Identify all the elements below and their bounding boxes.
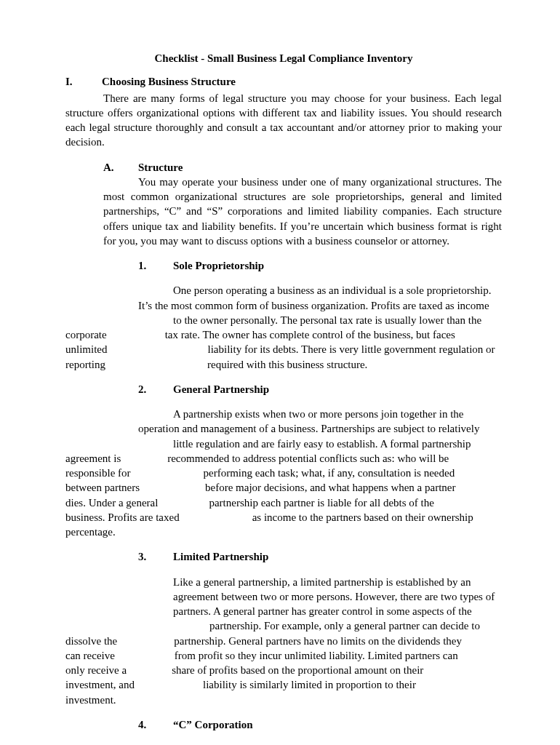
document-title: Checklist - Small Business Legal Complia… — [65, 51, 502, 65]
section-i-heading-line: I.Choosing Business Structure — [65, 74, 502, 89]
sub-a-heading-line: A.Structure — [103, 160, 502, 175]
item-3-heading-line: 3.Limited Partnership — [138, 549, 502, 564]
section-i-paragraph: There are many forms of legal structure … — [65, 91, 502, 150]
item-4-heading: “C” Corporation — [173, 719, 253, 730]
section-i-number: I. — [65, 74, 102, 89]
item-4-number: 4. — [138, 717, 173, 732]
item-3-heading: Limited Partnership — [173, 551, 268, 562]
item-1-heading: Sole Proprietorship — [173, 260, 264, 271]
item-1-heading-line: 1.Sole Proprietorship — [138, 258, 502, 273]
item-3-number: 3. — [138, 549, 173, 564]
item-3-body: Like a general partnership, a limited pa… — [65, 575, 502, 707]
sub-a-letter: A. — [103, 160, 138, 175]
sub-a-paragraph: You may operate your business under one … — [103, 175, 502, 248]
item-2-number: 2. — [138, 382, 173, 397]
item-1-body: One person operating a business as an in… — [65, 283, 502, 372]
item-2-heading-line: 2.General Partnership — [138, 382, 502, 397]
section-i-heading: Choosing Business Structure — [102, 76, 236, 87]
item-2-heading: General Partnership — [173, 383, 269, 395]
item-1-number: 1. — [138, 258, 173, 273]
item-2-body: A partnership exists when two or more pe… — [65, 407, 502, 539]
item-4-heading-line: 4.“C” Corporation — [138, 717, 502, 732]
sub-a-heading: Structure — [138, 162, 183, 173]
